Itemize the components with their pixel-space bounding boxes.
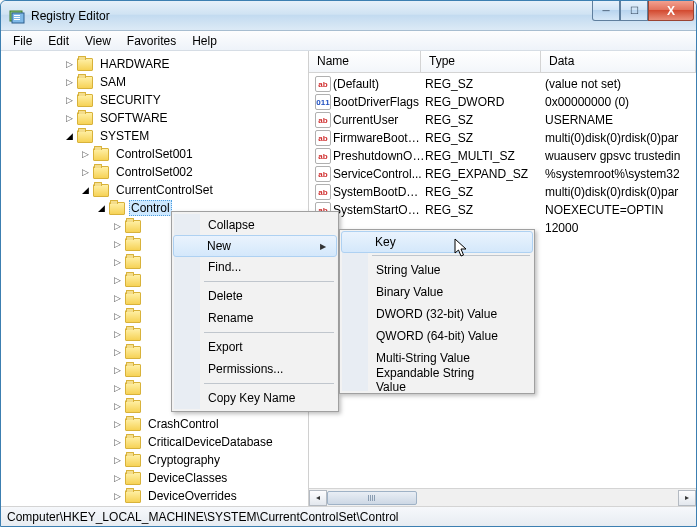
tree-label <box>145 333 151 335</box>
expand-icon[interactable]: ▷ <box>109 290 125 306</box>
tree-label <box>145 315 151 317</box>
menu-item[interactable]: Find... <box>174 256 336 278</box>
menu-item-label: New <box>207 239 231 253</box>
menu-file[interactable]: File <box>5 32 40 50</box>
expand-icon[interactable]: ▷ <box>109 380 125 396</box>
expand-icon[interactable]: ▷ <box>61 110 77 126</box>
menu-help[interactable]: Help <box>184 32 225 50</box>
value-data: multi(0)disk(0)rdisk(0)par <box>545 185 696 199</box>
tree-node[interactable]: ▷SAM <box>9 73 308 91</box>
expand-icon[interactable]: ▷ <box>109 236 125 252</box>
menu-edit[interactable]: Edit <box>40 32 77 50</box>
column-name[interactable]: Name <box>309 51 421 72</box>
tree-label: SOFTWARE <box>97 110 171 126</box>
expand-icon[interactable]: ▷ <box>109 470 125 486</box>
expand-icon[interactable]: ▷ <box>61 92 77 108</box>
tree-node[interactable]: ▷SECURITY <box>9 91 308 109</box>
menu-view[interactable]: View <box>77 32 119 50</box>
titlebar[interactable]: Registry Editor ─ ☐ X <box>1 1 696 31</box>
scroll-thumb[interactable] <box>327 491 417 505</box>
expand-icon[interactable]: ▷ <box>109 272 125 288</box>
menu-item[interactable]: Expandable String Value <box>342 369 532 391</box>
list-row[interactable]: abFirmwareBootD...REG_SZmulti(0)disk(0)r… <box>309 129 696 147</box>
folder-icon <box>93 148 109 161</box>
tree-node[interactable]: ▷DeviceOverrides <box>9 487 308 505</box>
menu-item[interactable]: Binary Value <box>342 281 532 303</box>
expand-icon[interactable]: ▷ <box>61 74 77 90</box>
regedit-icon <box>9 8 25 24</box>
tree-label: CurrentControlSet <box>113 182 216 198</box>
menu-item[interactable]: Copy Key Name <box>174 387 336 409</box>
tree-label: DeviceOverrides <box>145 488 240 504</box>
list-row[interactable]: abPreshutdownOr...REG_MULTI_SZwuauserv g… <box>309 147 696 165</box>
expand-icon[interactable]: ▷ <box>109 218 125 234</box>
tree-label <box>145 261 151 263</box>
list-row[interactable]: abCurrentUserREG_SZUSERNAME <box>309 111 696 129</box>
menu-item[interactable]: String Value <box>342 259 532 281</box>
tree-node[interactable]: ▷ControlSet001 <box>9 145 308 163</box>
column-data[interactable]: Data <box>541 51 696 72</box>
expand-icon[interactable]: ▷ <box>77 164 93 180</box>
collapse-icon[interactable]: ◢ <box>93 200 109 216</box>
folder-icon <box>125 490 141 503</box>
scroll-left-button[interactable]: ◂ <box>309 490 327 506</box>
menu-item[interactable]: Rename <box>174 307 336 329</box>
collapse-icon[interactable]: ◢ <box>61 128 77 144</box>
menu-item[interactable]: QWORD (64-bit) Value <box>342 325 532 347</box>
list-row[interactable]: 011BootDriverFlagsREG_DWORD0x00000000 (0… <box>309 93 696 111</box>
tree-label <box>145 387 151 389</box>
menu-item[interactable]: Collapse <box>174 214 336 236</box>
menu-item[interactable]: Key <box>341 231 533 253</box>
scroll-right-button[interactable]: ▸ <box>678 490 696 506</box>
menu-item[interactable]: Permissions... <box>174 358 336 380</box>
maximize-button[interactable]: ☐ <box>620 1 648 21</box>
horizontal-scrollbar[interactable]: ◂ ▸ <box>309 488 696 506</box>
list-row[interactable]: abSystemBootDevi...REG_SZmulti(0)disk(0)… <box>309 183 696 201</box>
value-name: PreshutdownOr... <box>333 149 425 163</box>
tree-node[interactable]: ▷ControlSet002 <box>9 163 308 181</box>
expand-icon[interactable]: ▷ <box>109 326 125 342</box>
expand-icon[interactable]: ▷ <box>109 452 125 468</box>
menu-item-label: Permissions... <box>208 362 283 376</box>
expand-icon[interactable]: ▷ <box>109 362 125 378</box>
tree-node[interactable]: ▷HARDWARE <box>9 55 308 73</box>
menu-item[interactable]: New▶ <box>173 235 337 257</box>
tree-node[interactable]: ◢CurrentControlSet <box>9 181 308 199</box>
menu-item[interactable]: Delete <box>174 285 336 307</box>
expand-icon[interactable]: ▷ <box>77 146 93 162</box>
list-row[interactable]: abSystemStartOpti...REG_SZ NOEXECUTE=OPT… <box>309 201 696 219</box>
scroll-track[interactable] <box>327 490 678 506</box>
minimize-button[interactable]: ─ <box>592 1 620 21</box>
list-row[interactable]: abServiceControl...REG_EXPAND_SZ%systemr… <box>309 165 696 183</box>
expand-icon[interactable]: ▷ <box>109 344 125 360</box>
expand-icon[interactable]: ▷ <box>109 416 125 432</box>
value-type: REG_MULTI_SZ <box>425 149 545 163</box>
svg-rect-4 <box>14 19 20 20</box>
value-type: REG_SZ <box>425 203 545 217</box>
list-row[interactable]: ab(Default)REG_SZ(value not set) <box>309 75 696 93</box>
tree-node[interactable]: ▷CriticalDeviceDatabase <box>9 433 308 451</box>
expand-icon[interactable]: ▷ <box>61 56 77 72</box>
value-name: SystemStartOpti... <box>333 203 425 217</box>
menu-item[interactable]: DWORD (32-bit) Value <box>342 303 532 325</box>
tree-label: CriticalDeviceDatabase <box>145 434 276 450</box>
menu-item[interactable]: Export <box>174 336 336 358</box>
tree-node[interactable]: ◢SYSTEM <box>9 127 308 145</box>
menu-item-label: Copy Key Name <box>208 391 295 405</box>
close-button[interactable]: X <box>648 1 694 21</box>
tree-node[interactable]: ▷Cryptography <box>9 451 308 469</box>
expand-icon[interactable]: ▷ <box>109 308 125 324</box>
collapse-icon[interactable]: ◢ <box>77 182 93 198</box>
folder-icon <box>77 58 93 71</box>
tree-node[interactable]: ▷SOFTWARE <box>9 109 308 127</box>
column-type[interactable]: Type <box>421 51 541 72</box>
tree-node[interactable]: ▷CrashControl <box>9 415 308 433</box>
tree-label: CrashControl <box>145 416 222 432</box>
expand-icon[interactable]: ▷ <box>109 488 125 504</box>
menu-favorites[interactable]: Favorites <box>119 32 184 50</box>
value-name: BootDriverFlags <box>333 95 425 109</box>
expand-icon[interactable]: ▷ <box>109 254 125 270</box>
tree-node[interactable]: ▷DeviceClasses <box>9 469 308 487</box>
expand-icon[interactable]: ▷ <box>109 434 125 450</box>
expand-icon[interactable]: ▷ <box>109 398 125 414</box>
